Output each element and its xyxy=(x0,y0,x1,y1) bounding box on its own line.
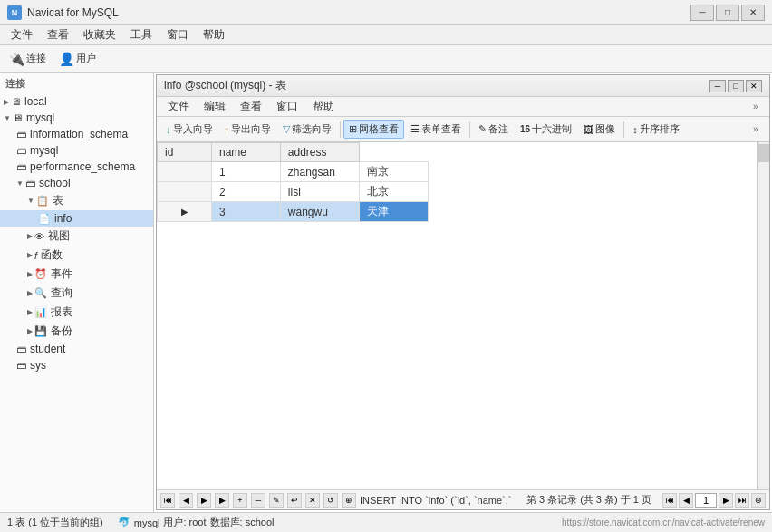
page-number-input[interactable] xyxy=(695,493,717,508)
table-row[interactable]: 1zhangsan南京 xyxy=(158,162,429,182)
menu-view[interactable]: 查看 xyxy=(40,25,76,44)
sidebar-item-local[interactable]: ▶ 🖥 local xyxy=(0,93,153,110)
nav-undo-btn[interactable]: ↩ xyxy=(287,493,302,508)
page-next-btn[interactable]: ▶ xyxy=(719,493,733,508)
inner-menu-edit[interactable]: 编辑 xyxy=(197,97,233,116)
inner-menu-window[interactable]: 窗口 xyxy=(269,97,305,116)
views-icon: 👁 xyxy=(34,231,44,242)
toolbar-sep-1 xyxy=(340,121,341,138)
sidebar-item-student[interactable]: 🗃 student xyxy=(0,341,153,357)
page-last-btn[interactable]: ⏭ xyxy=(735,493,749,508)
sidebar-label-tables: 表 xyxy=(53,193,63,208)
sidebar-item-tables-group[interactable]: ▼ 📋 表 xyxy=(0,191,153,210)
nav-prev-btn[interactable]: ◀ xyxy=(179,493,193,508)
nav-remove-btn[interactable]: ─ xyxy=(251,493,265,508)
nav-refresh-btn[interactable]: ↺ xyxy=(323,493,338,508)
image-btn[interactable]: 🖼 图像 xyxy=(578,120,621,139)
sidebar-item-reports[interactable]: ▶ 📊 报表 xyxy=(0,303,153,322)
outer-minimize-btn[interactable]: ─ xyxy=(690,5,714,21)
table-row[interactable]: 2lisi北京 xyxy=(158,182,429,202)
connect-label: 连接 xyxy=(26,52,46,65)
sidebar-section: 连接 ▶ 🖥 local ▼ 🖥 mysql 🗃 information_sch… xyxy=(0,73,153,375)
form-icon: ☰ xyxy=(410,123,420,135)
filter-label: 筛选向导 xyxy=(292,122,332,136)
row-indicator xyxy=(158,182,212,202)
sidebar-item-backup[interactable]: ▶ 💾 备份 xyxy=(0,322,153,341)
nav-next-btn[interactable]: ▶ xyxy=(215,493,229,508)
nav-edit-btn[interactable]: ✎ xyxy=(269,493,284,508)
inner-menu-file[interactable]: 文件 xyxy=(160,97,197,116)
cell-name[interactable]: zhangsan xyxy=(280,162,359,182)
inner-menu-expand[interactable]: » xyxy=(753,102,766,111)
inner-toolbar-expand[interactable]: » xyxy=(753,124,766,134)
backup-icon: 💾 xyxy=(34,325,47,337)
inner-menu-help[interactable]: 帮助 xyxy=(305,97,342,116)
sidebar-item-info-table[interactable]: 📄 info xyxy=(0,210,153,227)
menu-favorites[interactable]: 收藏夹 xyxy=(76,25,123,44)
grid-icon: ⊞ xyxy=(349,123,357,135)
import-wizard-btn[interactable]: ↓ 导入向导 xyxy=(160,120,218,139)
db-icon-student: 🗃 xyxy=(16,343,26,354)
server-icon-local: 🖥 xyxy=(11,96,21,107)
cell-id[interactable]: 3 xyxy=(212,202,281,222)
filter-wizard-btn[interactable]: ▽ 筛选向导 xyxy=(277,120,337,139)
menu-help[interactable]: 帮助 xyxy=(196,25,232,44)
outer-close-btn[interactable]: ✕ xyxy=(741,5,765,21)
table-row[interactable]: ▶3wangwu天津 xyxy=(158,202,429,222)
nav-delete-btn[interactable]: ✕ xyxy=(305,493,320,508)
collapse-icon-local: ▶ xyxy=(4,98,9,106)
scrollbar-thumb[interactable] xyxy=(758,144,769,162)
sidebar-item-mysql[interactable]: ▼ 🖥 mysql xyxy=(0,110,153,126)
export-wizard-btn[interactable]: ↑ 导出向导 xyxy=(219,120,277,139)
menu-tools[interactable]: 工具 xyxy=(123,25,159,44)
vertical-scrollbar[interactable] xyxy=(757,142,769,489)
nav-end-btn[interactable]: ⊕ xyxy=(342,493,356,508)
hex-btn[interactable]: 16 十六进制 xyxy=(515,120,577,139)
nav-add-btn[interactable]: + xyxy=(233,493,247,508)
sidebar-item-views[interactable]: ▶ 👁 视图 xyxy=(0,227,153,246)
inner-close-btn[interactable]: ✕ xyxy=(746,80,762,92)
cell-id[interactable]: 2 xyxy=(212,182,281,202)
collapse-icon-views: ▶ xyxy=(27,232,33,240)
sidebar-item-functions[interactable]: ▶ f 函数 xyxy=(0,246,153,265)
sidebar-label-backup: 备份 xyxy=(51,324,72,339)
note-btn[interactable]: ✎ 备注 xyxy=(473,120,514,139)
page-end-btn[interactable]: ⊕ xyxy=(751,493,766,508)
menu-file[interactable]: 文件 xyxy=(4,25,40,44)
sidebar-item-queries[interactable]: ▶ 🔍 查询 xyxy=(0,284,153,303)
collapse-icon-queries: ▶ xyxy=(27,289,33,297)
sidebar-item-performance-schema[interactable]: 🗃 performance_schema xyxy=(0,159,153,175)
cell-address[interactable]: 北京 xyxy=(360,182,429,202)
cell-name[interactable]: wangwu xyxy=(280,202,359,222)
inner-minimize-btn[interactable]: ─ xyxy=(709,80,726,92)
sidebar-item-mysql-db[interactable]: 🗃 mysql xyxy=(0,142,153,159)
cell-address[interactable]: 南京 xyxy=(360,162,429,182)
nav-first-btn[interactable]: ⏮ xyxy=(160,493,175,508)
grid-view-btn[interactable]: ⊞ 网格查看 xyxy=(343,120,404,139)
sidebar-item-sys[interactable]: 🗃 sys xyxy=(0,357,153,373)
cell-address[interactable]: 天津 xyxy=(360,202,429,222)
cell-name[interactable]: lisi xyxy=(280,182,359,202)
sort-btn[interactable]: ↕ 升序排序 xyxy=(627,120,685,139)
row-indicator: ▶ xyxy=(158,202,212,222)
form-view-btn[interactable]: ☰ 表单查看 xyxy=(405,120,467,139)
table-container[interactable]: id name address 1zhangsan南京2lisi北京▶3wang… xyxy=(157,142,769,489)
inner-toolbar: ↓ 导入向导 ↑ 导出向导 ▽ 筛选向导 ⊞ 网格查看 xyxy=(157,117,769,142)
outer-maximize-btn[interactable]: □ xyxy=(716,5,739,21)
hex-icon: 16 xyxy=(520,124,530,134)
menu-window[interactable]: 窗口 xyxy=(159,25,196,44)
collapse-icon-events: ▶ xyxy=(27,270,33,278)
inner-menu-view[interactable]: 查看 xyxy=(233,97,269,116)
inner-maximize-btn[interactable]: □ xyxy=(728,80,744,92)
sidebar-item-events[interactable]: ▶ ⏰ 事件 xyxy=(0,265,153,284)
db-icon-information-schema: 🗃 xyxy=(16,129,26,140)
page-first-btn[interactable]: ⏮ xyxy=(662,493,677,508)
connect-btn[interactable]: 🔌 连接 xyxy=(4,49,52,69)
page-prev-btn[interactable]: ◀ xyxy=(679,493,693,508)
outer-menu-bar: 文件 查看 收藏夹 工具 窗口 帮助 xyxy=(0,25,772,45)
sidebar-item-information-schema[interactable]: 🗃 information_schema xyxy=(0,126,153,142)
sidebar-item-school[interactable]: ▼ 🗃 school xyxy=(0,175,153,191)
cell-id[interactable]: 1 xyxy=(212,162,281,182)
user-btn[interactable]: 👤 用户 xyxy=(53,49,101,69)
nav-play-btn[interactable]: ▶ xyxy=(197,493,211,508)
